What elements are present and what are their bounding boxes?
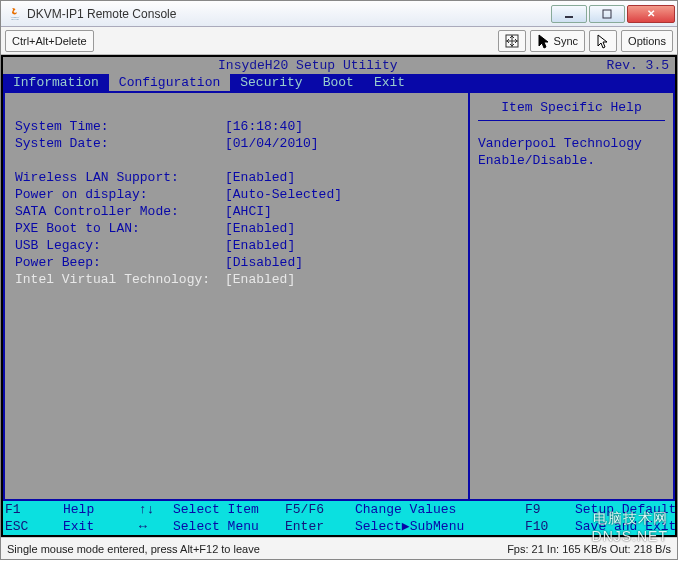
close-button[interactable]: ✕ xyxy=(627,5,675,23)
help-title: Item Specific Help xyxy=(478,99,665,121)
key-f10: F10 xyxy=(523,518,573,535)
field-beep[interactable]: Power Beep:[Disabled] xyxy=(15,254,458,271)
field-power-display[interactable]: Power on display:[Auto-Selected] xyxy=(15,186,458,203)
bios-menubar: Information Configuration Security Boot … xyxy=(3,74,675,91)
mouse-sync-button[interactable]: Sync xyxy=(530,30,586,52)
ctrl-alt-delete-button[interactable]: Ctrl+Alt+Delete xyxy=(5,30,94,52)
label-change-values: Change Values xyxy=(353,501,523,518)
fullscreen-icon xyxy=(505,34,519,48)
bios-body: System Time:[16:18:40] System Date:[01/0… xyxy=(3,91,675,501)
field-wlan[interactable]: Wireless LAN Support:[Enabled] xyxy=(15,169,458,186)
java-icon xyxy=(7,6,23,22)
bios-title: InsydeH20 Setup Utility xyxy=(9,57,607,74)
cursor-icon xyxy=(537,34,551,48)
cursor-mode-button[interactable] xyxy=(589,30,617,52)
status-left: Single mouse mode entered, press Alt+F12… xyxy=(7,543,260,555)
bios-header: InsydeH20 Setup Utility Rev. 3.5 xyxy=(3,57,675,74)
tab-boot[interactable]: Boot xyxy=(313,74,364,91)
console-viewport[interactable]: InsydeH20 Setup Utility Rev. 3.5 Informa… xyxy=(1,55,677,537)
maximize-button[interactable] xyxy=(589,5,625,23)
key-leftright: ↔ xyxy=(137,518,171,535)
key-f5f6: F5/F6 xyxy=(283,501,353,518)
field-system-time[interactable]: System Time:[16:18:40] xyxy=(15,118,458,135)
label-help: Help xyxy=(61,501,137,518)
bios-help-panel: Item Specific Help Vanderpool Technology… xyxy=(469,91,675,501)
label-select-submenu: Select▶SubMenu xyxy=(353,518,523,535)
key-f9: F9 xyxy=(523,501,573,518)
bios-screen: InsydeH20 Setup Utility Rev. 3.5 Informa… xyxy=(3,57,675,535)
fullscreen-button[interactable] xyxy=(498,30,526,52)
field-pxe[interactable]: PXE Boot to LAN:[Enabled] xyxy=(15,220,458,237)
window-controls: ✕ xyxy=(551,5,675,23)
field-ivt[interactable]: Intel Virtual Technology:[Enabled] xyxy=(15,271,458,288)
status-right: Fps: 21 In: 165 KB/s Out: 218 B/s xyxy=(507,543,671,555)
toolbar: Ctrl+Alt+Delete Sync Options xyxy=(1,27,677,55)
bios-revision: Rev. 3.5 xyxy=(607,57,669,74)
svg-rect-0 xyxy=(565,16,573,18)
sync-label: Sync xyxy=(554,35,578,47)
bios-footer: F1 Help ↑↓ Select Item F5/F6 Change Valu… xyxy=(3,501,675,535)
tab-information[interactable]: Information xyxy=(3,74,109,91)
label-select-item: Select Item xyxy=(171,501,283,518)
tab-exit[interactable]: Exit xyxy=(364,74,415,91)
statusbar: Single mouse mode entered, press Alt+F12… xyxy=(1,537,677,559)
label-select-menu: Select Menu xyxy=(171,518,283,535)
help-text-line1: Vanderpool Technology xyxy=(478,135,665,152)
key-esc: ESC xyxy=(3,518,61,535)
key-updown: ↑↓ xyxy=(137,501,171,518)
field-usb[interactable]: USB Legacy:[Enabled] xyxy=(15,237,458,254)
watermark: 电脑技术网 DNJS.NET xyxy=(592,510,668,544)
field-system-date[interactable]: System Date:[01/04/2010] xyxy=(15,135,458,152)
label-exit: Exit xyxy=(61,518,137,535)
bios-main-panel: System Time:[16:18:40] System Date:[01/0… xyxy=(3,91,469,501)
tab-security[interactable]: Security xyxy=(230,74,312,91)
remote-console-window: DKVM-IP1 Remote Console ✕ Ctrl+Alt+Delet… xyxy=(0,0,678,560)
help-text-line2: Enable/Disable. xyxy=(478,152,665,169)
tab-configuration[interactable]: Configuration xyxy=(109,74,230,91)
field-sata[interactable]: SATA Controller Mode:[AHCI] xyxy=(15,203,458,220)
titlebar[interactable]: DKVM-IP1 Remote Console ✕ xyxy=(1,1,677,27)
key-enter: Enter xyxy=(283,518,353,535)
window-title: DKVM-IP1 Remote Console xyxy=(27,7,551,21)
key-f1: F1 xyxy=(3,501,61,518)
minimize-button[interactable] xyxy=(551,5,587,23)
cursor-outline-icon xyxy=(596,34,610,48)
options-button[interactable]: Options xyxy=(621,30,673,52)
svg-rect-1 xyxy=(603,10,611,18)
